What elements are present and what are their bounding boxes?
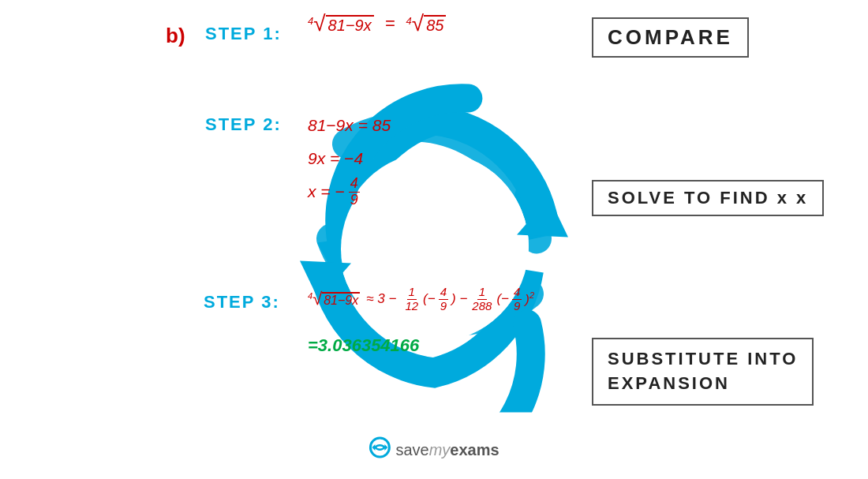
step2-line2: 9x = −4 [308, 142, 391, 175]
svg-marker-9 [372, 444, 375, 451]
step3-label: STEP 3: [204, 292, 280, 312]
solve-box: SOLVE TO FIND x x [592, 180, 824, 216]
logo-icon [369, 436, 391, 463]
step1-equation: 4√81−9x = 4√85 [308, 11, 446, 36]
result-value: =3.036354166 [308, 335, 419, 356]
solve-box-text: SOLVE TO FIND x [608, 188, 789, 208]
step2-line3: x = − 4 9 [308, 175, 391, 208]
substitute-box: SUBSTITUTE INTO EXPANSION [592, 338, 814, 406]
step2-label: STEP 2: [205, 114, 282, 135]
logo-text: savemyexams [395, 441, 499, 459]
logo-exams: exams [450, 441, 499, 458]
b-label: b) [166, 24, 185, 48]
compare-box: COMPARE [592, 17, 749, 58]
substitute-line1: SUBSTITUTE INTO [608, 347, 798, 372]
frac-denominator: 9 [349, 193, 360, 208]
logo: savemyexams [369, 436, 499, 463]
logo-my: my [429, 441, 451, 458]
step2-equations: 81−9x = 85 9x = −4 x = − 4 9 [308, 109, 391, 208]
step1-label: STEP 1: [205, 24, 282, 44]
logo-save: save [395, 441, 428, 458]
step3-equation: 4√81−9x ≈ 3 − 1 12 (− 4 9 ) − 1 288 (− 4… [308, 286, 534, 312]
step2-line1: 81−9x = 85 [308, 109, 391, 142]
substitute-line2: EXPANSION [608, 372, 798, 396]
frac-numerator: 4 [349, 176, 360, 193]
